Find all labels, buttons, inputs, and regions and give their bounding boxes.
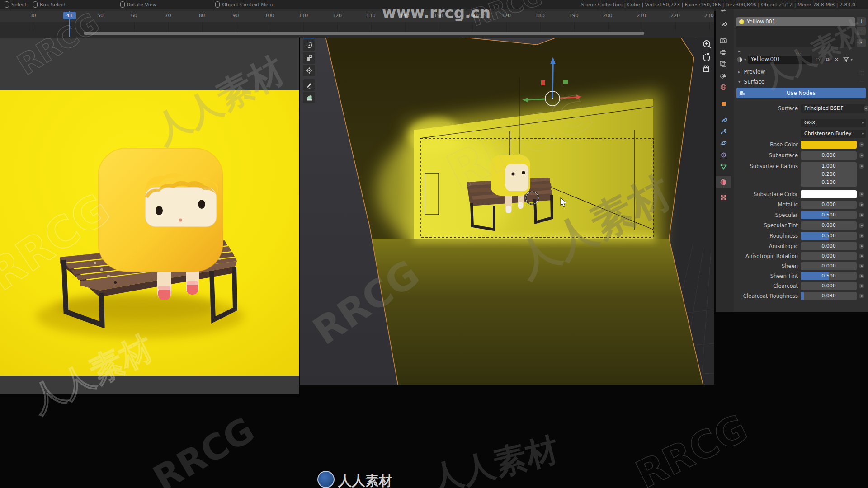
keyframe-dot[interactable] (859, 164, 864, 169)
playhead-badge[interactable]: 41 (63, 12, 76, 19)
unlink-material-button[interactable]: ✕ (834, 56, 839, 63)
specular-tint-value[interactable]: 0.000 (801, 221, 857, 230)
tab-view-layer[interactable] (716, 58, 731, 70)
material-sphere-icon (736, 57, 743, 63)
transform-tool[interactable] (303, 65, 315, 76)
roughness-slider[interactable]: 0.500 (801, 232, 857, 240)
keyframe-dot[interactable] (859, 153, 864, 158)
slot-specials-button[interactable]: ▾ (857, 39, 866, 47)
grip-dots: :::: (859, 80, 864, 84)
material-name-field[interactable]: Yelllow.001 (748, 56, 812, 64)
tab-particles[interactable] (716, 126, 731, 137)
measure-tool[interactable] (303, 92, 315, 103)
site-logo (317, 471, 335, 488)
slot-expand-arrow[interactable]: ▸ (738, 49, 741, 53)
grip-dots: :::: (796, 51, 803, 55)
surface-type-select[interactable]: Principled BSDF (801, 104, 866, 113)
keyframe-dot[interactable] (859, 264, 864, 268)
annotate-tool[interactable] (303, 79, 315, 91)
anisotropic-rotation-label: Anisotropic Rotation (745, 253, 798, 259)
status-rotate-view: Rotate View (127, 2, 157, 8)
slot-remove-button[interactable]: − (857, 27, 866, 35)
material-slot-active[interactable]: Yelllow.001 (736, 17, 855, 26)
clearcoat-value[interactable]: 0.000 (801, 282, 857, 290)
surface-keyframe-dot[interactable] (864, 106, 868, 111)
status-select: Select (11, 2, 27, 8)
site-logo-text: 人人素材 (338, 472, 392, 488)
keyframe-dot[interactable] (859, 202, 864, 207)
roughness-label: Roughness (769, 233, 798, 239)
tab-material[interactable] (716, 176, 731, 188)
timeline-tracks[interactable] (0, 22, 714, 31)
specular-slider[interactable]: 0.500 (801, 211, 857, 219)
subsurface-color-swatch[interactable] (801, 190, 857, 198)
rendered-image (0, 90, 299, 376)
subsurface-radius-2[interactable]: 0.200 (801, 170, 857, 178)
keyframe-dot[interactable] (859, 254, 864, 258)
keyframe-dot[interactable] (859, 274, 864, 278)
surface-label: Surface (778, 105, 798, 112)
properties-content: Cube Yelllow.001 Yelllow.001 + − ▾ ▸ :::… (734, 0, 868, 312)
keyframe-dot[interactable] (859, 234, 864, 238)
keyframe-dot[interactable] (859, 244, 864, 249)
specular-label: Specular (775, 212, 798, 218)
tab-output[interactable] (716, 46, 731, 58)
anisotropic-value[interactable]: 0.000 (801, 242, 857, 250)
tab-texture[interactable] (716, 192, 731, 203)
scale-tool[interactable] (303, 52, 315, 64)
subsurface-value[interactable]: 0.000 (801, 151, 857, 160)
clearcoat-label: Clearcoat (773, 283, 798, 289)
clearcoat-roughness-label: Clearcoat Roughness (743, 293, 798, 299)
tab-tool[interactable] (716, 18, 731, 30)
sheen-tint-slider[interactable]: 0.500 (801, 272, 857, 280)
clearcoat-roughness-slider[interactable]: 0.030 (801, 292, 857, 300)
use-nodes-button[interactable]: Use Nodes (736, 88, 866, 98)
surface-section[interactable]: ▾Surface :::: (734, 78, 868, 86)
subsurface-radius-1[interactable]: 1.000 (801, 162, 857, 170)
sheen-value[interactable]: 0.000 (801, 262, 857, 270)
slot-add-button[interactable]: + (857, 17, 866, 26)
distribution-select[interactable]: GGX▾ (801, 119, 866, 127)
viewport-3d[interactable]: Z X Camera Perspective (41) Scene Collec… (300, 0, 714, 385)
tab-constraints[interactable] (716, 149, 731, 161)
metallic-value[interactable]: 0.000 (801, 201, 857, 209)
copy-material-button[interactable]: ⧉ (823, 56, 832, 63)
tab-physics[interactable] (716, 137, 731, 149)
fake-user-shield-icon[interactable]: ⬠ (813, 57, 823, 63)
specular-tint-label: Specular Tint (764, 222, 798, 229)
status-stats: Scene Collection | Cube | Verts:150,723 … (581, 2, 855, 8)
metallic-label: Metallic (778, 202, 798, 208)
tab-object[interactable] (716, 98, 731, 109)
status-bar: Select Box Select Rotate View Object Con… (0, 0, 868, 9)
tab-object-data[interactable] (716, 161, 731, 173)
material-ball-icon (739, 19, 744, 24)
keyframe-dot[interactable] (859, 294, 864, 298)
base-color-label: Base Color (770, 141, 798, 148)
keyframe-dot[interactable] (859, 142, 864, 147)
keyframe-dot[interactable] (859, 223, 864, 228)
keyframe-dot[interactable] (859, 284, 864, 288)
status-context-menu: Object Context Menu (222, 2, 274, 8)
status-box-select: Box Select (40, 2, 66, 8)
mouse-left-icon (5, 1, 9, 8)
subsurface-method-select[interactable]: Christensen-Burley▾ (801, 130, 866, 138)
material-slot-list: Yelllow.001 (736, 17, 855, 47)
tab-render[interactable] (716, 34, 731, 46)
keyframe-dot[interactable] (859, 192, 864, 197)
properties-tabs (716, 0, 734, 312)
subsurface-color-label: Subsurface Color (754, 191, 798, 197)
tab-world[interactable] (716, 81, 731, 93)
timeline-ruler[interactable]: 3050607080901001101201301401501601701801… (0, 11, 714, 23)
subsurface-radius-3[interactable]: 0.100 (801, 178, 857, 187)
nodes-icon (739, 90, 745, 96)
tab-scene[interactable] (716, 70, 731, 81)
tab-modifiers[interactable] (716, 114, 731, 126)
base-color-swatch[interactable] (801, 141, 857, 149)
timeline-scrollbar[interactable] (84, 32, 644, 35)
anisotropic-rotation-value[interactable]: 0.000 (801, 252, 857, 260)
material-filter-icon[interactable]: ▾ (843, 57, 853, 62)
keyframe-dot[interactable] (859, 213, 864, 217)
mouse-left-drag-icon (33, 1, 38, 8)
rotate-tool[interactable] (303, 39, 315, 51)
preview-section[interactable]: ▸Preview :::: (734, 68, 868, 76)
